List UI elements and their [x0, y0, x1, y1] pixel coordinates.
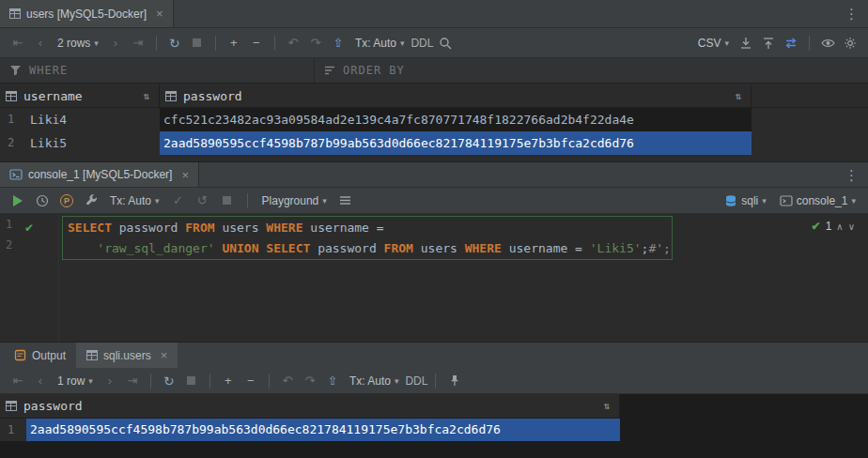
sql-editor[interactable]: 12 ✔ SELECT password FROM users WHERE us…	[0, 214, 868, 342]
last-page-button[interactable]: ⇥	[122, 371, 143, 391]
previous-page-button[interactable]: ‹	[30, 371, 51, 391]
submit-changes-icon[interactable]: ⇧	[322, 371, 343, 391]
tx-mode-dropdown[interactable]: Tx: Auto ▾	[345, 374, 404, 388]
last-page-button[interactable]: ⇥	[128, 33, 148, 53]
previous-occurrence-icon[interactable]: ∧	[836, 221, 843, 232]
delete-row-button[interactable]: −	[246, 33, 267, 53]
tab-users-table[interactable]: users [MySQL5-Docker] ×	[0, 0, 174, 27]
table-row[interactable]: 12aad5890595ccf4598b787b99ab563d0d66ec82…	[0, 419, 620, 441]
stop-icon	[193, 38, 201, 47]
view-options-eye-icon[interactable]	[817, 33, 838, 53]
output-icon	[14, 349, 26, 361]
tab-console-1[interactable]: console_1 [MySQL5-Docker] ×	[0, 162, 199, 187]
where-filter-input[interactable]: WHERE	[0, 58, 315, 83]
tx-mode-dropdown[interactable]: Tx: Auto ▾	[350, 37, 410, 50]
row-number: 2	[0, 131, 26, 155]
cell-username[interactable]: Liki5	[26, 131, 160, 155]
first-page-button[interactable]: ⇤	[8, 371, 28, 391]
statement-success-icon: ✔	[24, 218, 34, 238]
export-format-label: CSV	[698, 37, 721, 50]
search-icon[interactable]	[435, 33, 456, 53]
tab-output[interactable]: Output	[4, 343, 76, 368]
revert-icon[interactable]: ↶	[283, 33, 303, 53]
cell-username[interactable]: Liki4	[26, 108, 160, 131]
line-number: 2	[0, 238, 58, 259]
next-page-button[interactable]: ›	[100, 371, 120, 391]
code-line[interactable]: 'raw_sql_danger' UNION SELECT password F…	[68, 238, 671, 259]
close-tab-icon[interactable]: ×	[161, 348, 168, 362]
previous-page-button[interactable]: ‹	[30, 33, 51, 53]
export-format-dropdown[interactable]: CSV ▾	[693, 37, 734, 50]
stop-button[interactable]	[187, 33, 208, 53]
settings-gear-icon[interactable]	[840, 33, 860, 53]
table-row[interactable]: 1Liki4cfc521c23482ac93a09584ad2e139c4a7f…	[0, 108, 868, 131]
console-icon	[780, 194, 793, 207]
session-selector-dropdown[interactable]: console_1 ▾	[775, 194, 860, 207]
table-icon	[9, 8, 21, 19]
playground-mode-dropdown[interactable]: Playground ▾	[257, 194, 332, 207]
compare-data-icon[interactable]	[781, 33, 801, 53]
parameters-button[interactable]: P	[56, 191, 77, 211]
reload-data-icon[interactable]: ↻	[164, 33, 185, 53]
revert-icon[interactable]: ↶	[277, 371, 298, 391]
next-occurrence-icon[interactable]: ∨	[848, 221, 855, 232]
ddl-button[interactable]: DDL	[411, 33, 433, 53]
sql-code-area[interactable]: SELECT password FROM users WHERE usernam…	[68, 218, 671, 259]
code-line[interactable]: SELECT password FROM users WHERE usernam…	[68, 218, 671, 238]
rollback-button[interactable]: ↺	[193, 191, 213, 211]
next-page-button[interactable]: ›	[105, 33, 126, 53]
more-options-kebab-icon[interactable]: ⋮	[845, 7, 859, 21]
pin-tab-icon[interactable]	[443, 371, 464, 391]
tab-label: Output	[32, 349, 66, 362]
tx-mode-dropdown[interactable]: Tx: Auto ▾	[105, 194, 164, 207]
export-download-icon[interactable]	[736, 33, 756, 53]
settings-wrench-icon[interactable]	[81, 191, 101, 211]
commit-button[interactable]: ✓	[168, 191, 189, 211]
cell-password[interactable]: 2aad5890595ccf4598b787b99ab563d0d66ec821…	[160, 131, 752, 155]
row-count-dropdown[interactable]: 1 row ▾	[53, 374, 98, 388]
redo-icon[interactable]: ↷	[305, 33, 326, 53]
header-filler	[752, 84, 868, 107]
console-toolbar: P Tx: Auto ▾ ✓ ↺ Playground ▾ sqli ▾ con…	[0, 188, 868, 214]
delete-row-button[interactable]: −	[240, 371, 261, 391]
close-tab-icon[interactable]: ×	[156, 7, 163, 21]
more-options-kebab-icon[interactable]: ⋮	[845, 168, 859, 182]
sql-token: users	[413, 241, 465, 255]
add-row-button[interactable]: +	[218, 371, 239, 391]
order-by-input[interactable]: ORDER BY	[315, 58, 868, 83]
column-header-password[interactable]: password ⇅	[0, 394, 620, 419]
sort-icon[interactable]: ⇅	[735, 90, 741, 102]
row-count-dropdown[interactable]: 2 rows ▾	[53, 37, 103, 50]
submit-changes-icon[interactable]: ⇧	[328, 33, 349, 53]
cancel-query-button[interactable]	[217, 191, 238, 211]
redo-icon[interactable]: ↷	[300, 371, 320, 391]
first-page-button[interactable]: ⇤	[8, 33, 28, 53]
session-label: console_1	[797, 194, 848, 207]
stop-button[interactable]	[181, 371, 202, 391]
table-row[interactable]: 2Liki52aad5890595ccf4598b787b99ab563d0d6…	[0, 131, 868, 155]
close-tab-icon[interactable]: ×	[181, 168, 189, 182]
column-header-username[interactable]: username ⇅	[0, 84, 160, 107]
column-icon	[6, 91, 17, 101]
execute-button[interactable]	[8, 191, 28, 211]
add-row-button[interactable]: +	[224, 33, 244, 53]
console-tab-bar: console_1 [MySQL5-Docker] × ⋮	[0, 161, 868, 188]
sql-token	[68, 241, 97, 255]
console-icon	[9, 168, 23, 181]
sort-icon[interactable]: ⇅	[143, 90, 149, 102]
schema-selector-dropdown[interactable]: sqli ▾	[720, 194, 771, 207]
where-label: WHERE	[29, 64, 68, 77]
order-by-label: ORDER BY	[343, 64, 405, 77]
tab-sqli-users[interactable]: sqli.users ×	[76, 343, 178, 368]
ddl-button[interactable]: DDL	[405, 371, 427, 391]
cell-password[interactable]: cfc521c23482ac93a09584ad2e139c4a7fc87077…	[160, 108, 752, 131]
sort-icon[interactable]: ⇅	[603, 400, 610, 412]
cell-password[interactable]: 2aad5890595ccf4598b787b99ab563d0d66ec821…	[26, 419, 620, 441]
reload-data-icon[interactable]: ↻	[159, 371, 179, 391]
column-header-password[interactable]: password ⇅	[160, 84, 752, 107]
filter-bar: WHERE ORDER BY	[0, 58, 868, 84]
output-layout-icon[interactable]	[335, 191, 356, 211]
query-history-icon[interactable]	[32, 191, 53, 211]
database-icon	[724, 194, 737, 207]
import-upload-icon[interactable]	[758, 33, 779, 53]
